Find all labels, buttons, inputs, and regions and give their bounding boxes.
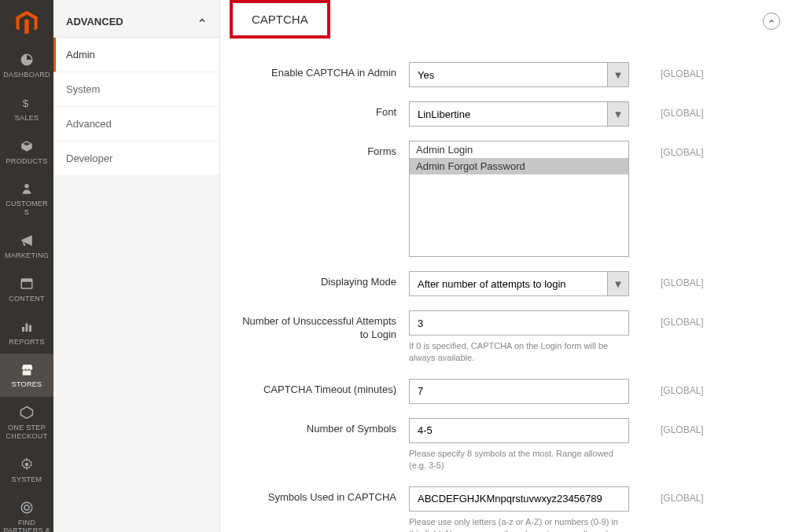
- scope-label: [GLOBAL]: [661, 486, 704, 504]
- svg-point-8: [25, 463, 29, 467]
- customers-icon: [19, 181, 35, 196]
- stores-icon: [19, 361, 35, 377]
- nav-onestep-checkout[interactable]: ONE STEP CHECKOUT: [0, 397, 53, 449]
- field-note: Please specify 8 symbols at the most. Ra…: [409, 448, 629, 472]
- listbox-option-admin-login[interactable]: Admin Login: [410, 141, 628, 158]
- field-note: If 0 is specified, CAPTCHA on the Login …: [409, 340, 629, 365]
- dashboard-icon: [19, 52, 35, 68]
- nav-content[interactable]: CONTENT: [0, 268, 53, 311]
- nav-label: FIND PARTNERS & EXTENSIONS: [3, 519, 50, 532]
- field-label: CAPTCHA Timeout (minutes): [236, 379, 409, 397]
- nav-label: CUSTOMERS: [3, 200, 50, 217]
- sidebar-item-system[interactable]: System: [53, 72, 219, 107]
- svg-point-10: [24, 505, 29, 510]
- nav-label: ONE STEP CHECKOUT: [3, 424, 50, 441]
- svg-marker-7: [21, 407, 33, 419]
- field-forms: Forms Admin Login Admin Forgot Password …: [236, 141, 783, 257]
- nav-label: SYSTEM: [12, 475, 42, 484]
- section-title: ADVANCED: [66, 16, 123, 28]
- listbox-option-admin-forgot[interactable]: Admin Forgot Password: [410, 158, 628, 174]
- field-label: Number of Symbols: [236, 418, 409, 436]
- nav-reports[interactable]: REPORTS: [0, 311, 53, 354]
- field-label: Symbols Used in CAPTCHA: [236, 486, 409, 504]
- partners-icon: [19, 500, 35, 515]
- symbols-used-input[interactable]: [409, 486, 629, 512]
- main-nav-sidebar: DASHBOARD $ SALES PRODUCTS CUSTOMERS MAR…: [0, 0, 53, 532]
- system-icon: [19, 457, 35, 472]
- svg-point-1: [24, 184, 28, 188]
- scope-label: [GLOBAL]: [661, 271, 704, 288]
- nav-dashboard[interactable]: DASHBOARD: [0, 44, 53, 87]
- field-label: Font: [236, 101, 409, 119]
- nav-partners[interactable]: FIND PARTNERS & EXTENSIONS: [0, 492, 53, 532]
- symbol-count-input[interactable]: [409, 418, 629, 443]
- section-advanced-header[interactable]: ADVANCED: [53, 6, 219, 38]
- scope-label: [GLOBAL]: [661, 379, 704, 396]
- field-note: Please use only letters (a-z or A-Z) or …: [409, 516, 629, 532]
- nav-marketing[interactable]: MARKETING: [0, 225, 53, 268]
- scope-label: [GLOBAL]: [661, 310, 704, 328]
- field-attempts: Number of Unsuccessful Attempts to Login…: [236, 310, 783, 365]
- content-icon: [19, 276, 35, 292]
- field-symbol-count: Number of Symbols Please specify 8 symbo…: [236, 418, 783, 472]
- mode-select[interactable]: After number of attempts to login: [409, 271, 629, 296]
- font-select[interactable]: LinLibertine: [409, 101, 629, 127]
- section-captcha-header[interactable]: CAPTCHA: [230, 0, 330, 39]
- nav-sales[interactable]: $ SALES: [0, 87, 53, 130]
- reports-icon: [19, 319, 35, 335]
- field-label: Displaying Mode: [236, 271, 409, 289]
- nav-stores[interactable]: STORES: [0, 354, 53, 397]
- svg-rect-5: [26, 323, 28, 332]
- section-subitems: Admin System Advanced Developer: [53, 38, 219, 176]
- field-label: Enable CAPTCHA in Admin: [236, 62, 409, 80]
- nav-system[interactable]: SYSTEM: [0, 449, 53, 492]
- marketing-icon: [19, 233, 35, 248]
- field-enable-captcha: Enable CAPTCHA in Admin Yes ▼ [GLOBAL]: [236, 62, 783, 87]
- svg-point-9: [21, 502, 32, 513]
- main-content: CAPTCHA Enable CAPTCHA in Admin Yes ▼ [G…: [220, 0, 799, 532]
- collapse-toggle[interactable]: [763, 13, 780, 30]
- nav-label: STORES: [12, 380, 42, 389]
- sales-icon: $: [19, 95, 35, 111]
- nav-label: REPORTS: [9, 338, 44, 347]
- nav-customers[interactable]: CUSTOMERS: [0, 173, 53, 225]
- enable-captcha-select[interactable]: Yes: [409, 62, 629, 87]
- checkout-icon: [19, 405, 35, 420]
- sidebar-item-developer[interactable]: Developer: [53, 141, 219, 176]
- sidebar-item-admin[interactable]: Admin: [53, 38, 219, 72]
- scope-label: [GLOBAL]: [661, 62, 704, 79]
- magento-logo[interactable]: [13, 9, 41, 36]
- nav-label: MARKETING: [5, 251, 49, 260]
- config-sidebar: ADVANCED Admin System Advanced Developer: [53, 0, 220, 532]
- chevron-up-icon: [197, 16, 207, 28]
- nav-label: DASHBOARD: [3, 71, 50, 79]
- scope-label: [GLOBAL]: [661, 141, 704, 158]
- scope-label: [GLOBAL]: [661, 418, 704, 435]
- field-label: Forms: [236, 141, 409, 159]
- svg-rect-4: [22, 327, 24, 332]
- field-symbols-used: Symbols Used in CAPTCHA Please use only …: [236, 486, 783, 532]
- field-displaying-mode: Displaying Mode After number of attempts…: [236, 271, 783, 296]
- field-timeout: CAPTCHA Timeout (minutes) [GLOBAL]: [236, 379, 783, 404]
- nav-label: CONTENT: [9, 295, 45, 303]
- nav-label: SALES: [15, 114, 39, 123]
- field-label: Number of Unsuccessful Attempts to Login: [236, 310, 409, 342]
- svg-text:$: $: [23, 97, 29, 108]
- field-font: Font LinLibertine ▼ [GLOBAL]: [236, 101, 783, 127]
- nav-products[interactable]: PRODUCTS: [0, 130, 53, 174]
- sidebar-item-advanced[interactable]: Advanced: [53, 107, 219, 141]
- forms-listbox[interactable]: Admin Login Admin Forgot Password: [409, 141, 629, 257]
- attempts-input[interactable]: [409, 310, 629, 336]
- timeout-input[interactable]: [409, 379, 629, 404]
- svg-rect-3: [21, 279, 32, 282]
- products-icon: [19, 138, 35, 154]
- nav-label: PRODUCTS: [6, 157, 48, 166]
- scope-label: [GLOBAL]: [661, 101, 704, 119]
- svg-rect-6: [29, 325, 31, 331]
